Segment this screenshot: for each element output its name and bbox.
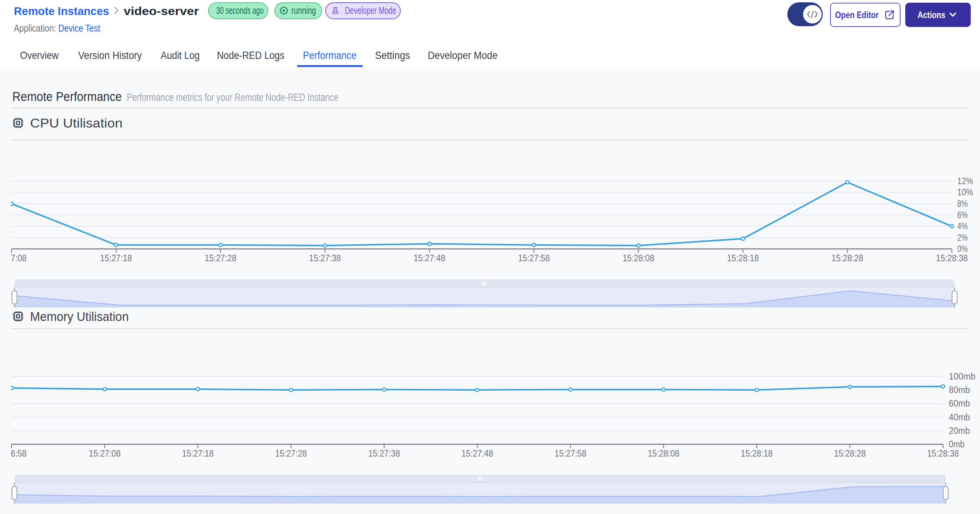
svg-text:15:27:28: 15:27:28 [275, 448, 307, 459]
svg-text:15:27:38: 15:27:38 [368, 448, 400, 459]
svg-text:40mb: 40mb [949, 412, 970, 422]
svg-text:15:27:28: 15:27:28 [205, 253, 237, 263]
svg-text:15:28:08: 15:28:08 [648, 448, 680, 459]
svg-text:15:28:28: 15:28:28 [832, 253, 864, 263]
svg-text:60mb: 60mb [949, 398, 970, 408]
svg-text:100mb: 100mb [949, 371, 975, 381]
svg-text:15:27:48: 15:27:48 [461, 448, 493, 459]
svg-text:15:27:18: 15:27:18 [182, 448, 214, 459]
svg-text:15:28:18: 15:28:18 [741, 448, 773, 459]
svg-text:20mb: 20mb [949, 426, 970, 436]
svg-text:15:27:18: 15:27:18 [100, 253, 132, 263]
svg-text:12%: 12% [957, 176, 973, 186]
svg-text:6:58: 6:58 [11, 448, 27, 459]
svg-text:0%: 0% [957, 244, 968, 254]
svg-text:15:28:28: 15:28:28 [834, 448, 866, 459]
svg-text:7:08: 7:08 [11, 253, 27, 263]
svg-text:15:27:58: 15:27:58 [555, 448, 587, 459]
svg-text:10%: 10% [957, 187, 973, 197]
svg-text:15:27:58: 15:27:58 [518, 253, 550, 263]
svg-text:15:27:38: 15:27:38 [309, 253, 341, 263]
svg-text:15:27:48: 15:27:48 [414, 253, 445, 263]
svg-text:2%: 2% [957, 233, 968, 243]
svg-text:0mb: 0mb [949, 439, 965, 449]
svg-text:15:28:38: 15:28:38 [936, 253, 968, 263]
svg-text:15:28:18: 15:28:18 [727, 253, 759, 263]
svg-text:8%: 8% [957, 199, 968, 209]
svg-text:15:28:38: 15:28:38 [927, 448, 959, 459]
svg-text:4%: 4% [957, 221, 968, 231]
svg-text:80mb: 80mb [949, 385, 970, 395]
svg-text:6%: 6% [957, 210, 968, 220]
svg-text:15:27:08: 15:27:08 [89, 448, 121, 459]
svg-text:15:28:08: 15:28:08 [622, 253, 654, 263]
